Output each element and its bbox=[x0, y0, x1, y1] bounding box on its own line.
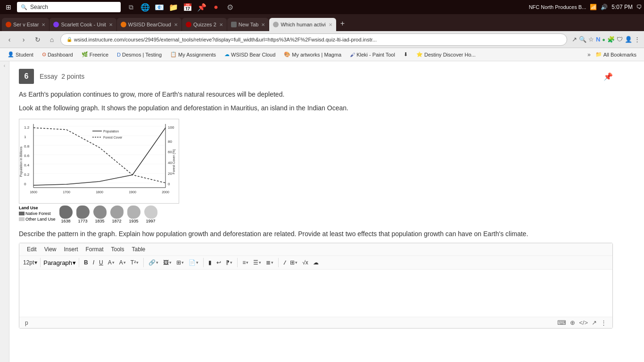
tab-close-2[interactable]: ✕ bbox=[109, 22, 113, 27]
island-shape-1935 bbox=[127, 206, 140, 219]
tab-close-4[interactable]: ✕ bbox=[219, 22, 223, 27]
image-button[interactable]: 🖼▾ bbox=[161, 258, 173, 267]
expand-icon[interactable]: ↗ bbox=[592, 319, 597, 326]
back-button[interactable]: ‹ bbox=[4, 34, 15, 45]
other-land-color bbox=[19, 217, 25, 221]
home-button[interactable]: ⌂ bbox=[46, 34, 58, 45]
more-bookmarks-button[interactable]: » bbox=[587, 51, 591, 58]
grid-button[interactable]: ⊞▾ bbox=[288, 258, 299, 267]
island-year-1935: 1935 bbox=[129, 219, 139, 223]
paragraph-group[interactable]: Paragraph ▾ bbox=[43, 259, 76, 266]
highlight-button[interactable]: A▾ bbox=[117, 258, 128, 267]
time-display: 5:07 PM bbox=[611, 4, 633, 10]
native-forest-legend: Native Forest bbox=[19, 211, 56, 216]
font-size-arrow: ▾ bbox=[34, 259, 37, 266]
special-button[interactable]: ⁋▾ bbox=[224, 258, 234, 267]
calendar-icon[interactable]: 📅 bbox=[181, 0, 194, 14]
sticky-icon[interactable]: 📌 bbox=[195, 0, 208, 14]
edge-icon[interactable]: 🌐 bbox=[139, 0, 152, 14]
indent-button[interactable]: ≣▾ bbox=[264, 258, 275, 267]
ext-green[interactable]: ● bbox=[602, 37, 605, 42]
bookmark-assignments[interactable]: 📋 My Assignments bbox=[166, 50, 220, 58]
tab-quizzes[interactable]: Quizzes 2 ✕ bbox=[182, 18, 227, 31]
start-button[interactable]: ⊞ bbox=[2, 0, 15, 14]
island-year-1835: 1835 bbox=[95, 219, 105, 223]
tab-new-tab[interactable]: New Tab ✕ bbox=[227, 18, 269, 31]
tab-which-human[interactable]: Which human activi ✕ bbox=[269, 18, 336, 31]
bookmark-bearcloud-label: WSISD Bear Cloud bbox=[231, 52, 275, 58]
cloud-button[interactable]: ☁ bbox=[311, 258, 321, 267]
freerice-icon: 🌿 bbox=[82, 51, 88, 58]
sqrt-button[interactable]: √x bbox=[300, 258, 310, 267]
bookmarks-bar: 👤 Student ⊙ Dashboard 🌿 Freerice D Desmo… bbox=[0, 48, 644, 61]
star-icon[interactable]: ☆ bbox=[588, 36, 594, 43]
profile-icon[interactable]: 👤 bbox=[625, 36, 632, 43]
explorer-icon[interactable]: 📁 bbox=[167, 0, 180, 14]
fullscreen-button[interactable]: ▮ bbox=[206, 258, 214, 267]
refresh-button[interactable]: ↻ bbox=[32, 34, 43, 45]
bold-button[interactable]: B bbox=[82, 258, 90, 267]
more-icon[interactable]: ⋮ bbox=[601, 319, 607, 326]
tab-close-5[interactable]: ✕ bbox=[261, 22, 265, 27]
bookmark-magma[interactable]: 🎨 My artworks | Magma bbox=[280, 50, 345, 58]
other-land-label: Other Land Use bbox=[25, 217, 56, 222]
shield2-icon[interactable]: 🛡 bbox=[617, 36, 623, 43]
forward-button[interactable]: › bbox=[18, 34, 29, 45]
keyboard-icon[interactable]: ⌨ bbox=[557, 319, 566, 326]
tab-close-6[interactable]: ✕ bbox=[329, 22, 332, 27]
italic2-button[interactable]: 𝐼 bbox=[281, 258, 287, 267]
table-button[interactable]: ⊞▾ bbox=[174, 258, 186, 267]
open-icon[interactable]: ↗ bbox=[572, 36, 577, 43]
describe-prompt: Describe the pattern in the graph. Expla… bbox=[19, 229, 613, 239]
accessibility-icon[interactable]: ⊕ bbox=[570, 319, 575, 326]
svg-text:100: 100 bbox=[168, 125, 174, 130]
menu-edit[interactable]: Edit bbox=[23, 245, 41, 254]
tab-wsisd[interactable]: WSISD BearCloud ✕ bbox=[117, 18, 182, 31]
menu-insert[interactable]: Insert bbox=[60, 245, 82, 254]
menu-icon[interactable]: ⋮ bbox=[634, 36, 640, 43]
superscript-button[interactable]: T²▾ bbox=[129, 258, 140, 267]
svg-text:0.8: 0.8 bbox=[24, 144, 30, 148]
tab-close-3[interactable]: ✕ bbox=[174, 22, 178, 27]
extension-icon[interactable]: N bbox=[596, 36, 600, 43]
bookmark-student[interactable]: 👤 Student bbox=[4, 50, 37, 58]
settings-icon[interactable]: ⚙ bbox=[223, 0, 237, 14]
sidebar-collapse[interactable]: ‹ bbox=[0, 61, 9, 68]
tab-scarlett[interactable]: Scarlett Cook - Unit ✕ bbox=[50, 18, 116, 31]
notification-icon[interactable]: 🗨 bbox=[636, 4, 642, 10]
pin-button[interactable]: 📌 bbox=[603, 72, 613, 81]
task-view-icon[interactable]: ⧉ bbox=[124, 0, 138, 14]
editor-content-area[interactable] bbox=[19, 270, 612, 317]
bookmark-desmos[interactable]: D Desmos | Testing bbox=[113, 51, 165, 58]
tab-close-1[interactable]: ✕ bbox=[41, 22, 45, 27]
bookmark-freerice[interactable]: 🌿 Freerice bbox=[78, 50, 112, 58]
bookmark-dashboard[interactable]: ⊙ Dashboard bbox=[38, 50, 77, 58]
align-button[interactable]: ≡▾ bbox=[240, 258, 250, 267]
menu-tools[interactable]: Tools bbox=[107, 245, 128, 254]
bookmark-bearcloud[interactable]: ☁ WSISD Bear Cloud bbox=[221, 50, 279, 58]
menu-table[interactable]: Table bbox=[128, 245, 149, 254]
bookmark-destiny[interactable]: ⭐ Destiny Discover Ho... bbox=[413, 50, 479, 58]
outlook-icon[interactable]: 📧 bbox=[153, 0, 166, 14]
url-bar[interactable]: 🔒 wsisd.instructure.com/courses/29495/ex… bbox=[60, 33, 567, 46]
taskbar-search-box[interactable]: 🔍 Search bbox=[17, 2, 121, 12]
bookmark-kleki[interactable]: 🖌 Kleki - Paint Tool bbox=[346, 51, 399, 58]
menu-view[interactable]: View bbox=[41, 245, 60, 254]
zoom-icon[interactable]: 🔍 bbox=[579, 36, 586, 43]
font-size-selector[interactable]: 12pt ▾ bbox=[23, 259, 37, 266]
font-color-button[interactable]: A▾ bbox=[106, 258, 116, 267]
media-button[interactable]: 📄▾ bbox=[187, 258, 200, 267]
bookmark-download[interactable]: ⬇ bbox=[400, 50, 412, 58]
tab-ser-v-estar[interactable]: Ser v Estar ✕ bbox=[2, 18, 49, 31]
all-bookmarks-button[interactable]: 📁 All Bookmarks bbox=[592, 50, 640, 58]
underline-button[interactable]: U bbox=[97, 258, 105, 267]
list-button[interactable]: ☰▾ bbox=[251, 258, 263, 267]
chrome-icon[interactable]: ● bbox=[209, 0, 223, 14]
link-button[interactable]: 🔗▾ bbox=[147, 258, 160, 267]
puzzle-icon[interactable]: 🧩 bbox=[607, 36, 615, 43]
new-tab-button[interactable]: + bbox=[337, 19, 348, 28]
italic-button[interactable]: I bbox=[91, 258, 96, 267]
undo-button[interactable]: ↩ bbox=[215, 258, 223, 267]
code-icon[interactable]: </> bbox=[579, 319, 588, 326]
menu-format[interactable]: Format bbox=[82, 245, 107, 254]
